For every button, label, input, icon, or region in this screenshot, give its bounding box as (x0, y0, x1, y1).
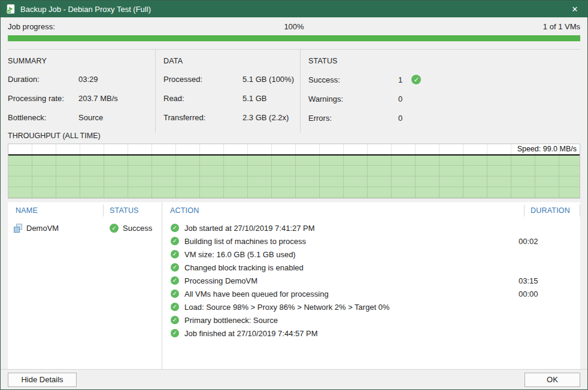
status-errors-row: Errors: 0 (308, 114, 587, 123)
duration-label: Duration: (8, 75, 78, 84)
warnings-value: 0 (398, 95, 402, 103)
success-check-icon: ✓ (171, 276, 179, 285)
backup-job-dialog: Backup Job - Debian Proxy Test (Full) ✕ … (0, 0, 588, 390)
success-check-icon: ✓ (171, 237, 179, 245)
read-value: 5.1 GB (243, 94, 266, 103)
action-column-header[interactable]: ACTION (162, 205, 525, 217)
action-text: Load: Source 98% > Proxy 86% > Network 2… (184, 303, 519, 312)
ok-button[interactable]: OK (525, 373, 580, 387)
vm-icon (13, 223, 23, 233)
summary-duration-row: Duration: 03:29 (8, 75, 155, 84)
data-read-row: Read: 5.1 GB (163, 94, 300, 103)
status-success-row: Success: 1 ✓ (308, 75, 587, 84)
job-progress-label: Job progress: (8, 22, 284, 31)
status-title: STATUS (308, 57, 587, 65)
success-label: Success: (308, 75, 398, 84)
status-panel: STATUS Success: 1 ✓ Warnings: 0 Errors: … (300, 50, 587, 133)
summary-title: SUMMARY (8, 57, 155, 65)
close-icon[interactable]: ✕ (562, 1, 587, 17)
throughput-area-fill (8, 156, 580, 198)
success-check-icon: ✓ (171, 250, 179, 258)
action-log-row[interactable]: ✓ Job started at 27/10/2019 7:41:27 PM (162, 221, 580, 234)
status-warnings-row: Warnings: 0 (308, 95, 587, 103)
speed-label: Speed: 99.0 MB/s (517, 145, 577, 153)
backup-job-icon (5, 4, 16, 14)
action-duration: 00:00 (519, 290, 580, 298)
processing-rate-label: Processing rate: (8, 94, 78, 103)
duration-column-header[interactable]: DURATION (525, 205, 580, 217)
read-label: Read: (163, 94, 243, 103)
success-check-icon: ✓ (110, 224, 119, 233)
name-column-header[interactable]: NAME (8, 205, 104, 217)
action-duration: 00:02 (519, 237, 580, 246)
action-duration: 03:15 (519, 276, 580, 285)
data-processed-row: Processed: 5.1 GB (100%) (163, 75, 300, 84)
success-check-icon: ✓ (171, 329, 179, 337)
action-text: Processing DemoVM (184, 276, 519, 285)
success-check-icon: ✓ (171, 303, 179, 311)
action-text: All VMs have been queued for processing (184, 290, 519, 298)
status-column-header[interactable]: STATUS (104, 205, 162, 217)
success-check-icon: ✓ (171, 316, 179, 324)
action-text: Job started at 27/10/2019 7:41:27 PM (184, 224, 519, 233)
transferred-value: 2.3 GB (2.2x) (243, 113, 289, 122)
success-check-icon: ✓ (411, 75, 421, 84)
action-log-row[interactable]: ✓ All VMs have been queued for processin… (162, 287, 580, 300)
action-text: Job finished at 27/10/2019 7:44:57 PM (184, 329, 519, 338)
duration-value: 03:29 (78, 75, 98, 84)
processing-rate-value: 203.7 MB/s (78, 94, 118, 103)
vm-list-header: NAME STATUS (8, 202, 162, 219)
action-log-row[interactable]: ✓ Job finished at 27/10/2019 7:44:57 PM (162, 327, 580, 340)
success-check-icon: ✓ (171, 290, 179, 298)
bottleneck-label: Bottleneck: (8, 113, 78, 122)
action-log-row[interactable]: ✓ Building list of machines to process 0… (162, 234, 580, 248)
stats-section: SUMMARY Duration: 03:29 Processing rate:… (1, 50, 587, 129)
throughput-chart: Speed: 99.0 MB/s (8, 144, 580, 199)
action-log-row[interactable]: ✓ Changed block tracking is enabled (162, 261, 580, 274)
progress-section: Job progress: 100% 1 of 1 VMs (1, 17, 587, 49)
processed-value: 5.1 GB (100%) (243, 75, 294, 84)
warnings-label: Warnings: (308, 95, 398, 103)
processed-label: Processed: (163, 75, 243, 84)
throughput-line (8, 154, 580, 156)
data-title: DATA (163, 57, 300, 65)
vm-count: 1 of 1 VMs (304, 22, 580, 31)
vm-row[interactable]: DemoVM ✓ Success (8, 221, 162, 234)
titlebar[interactable]: Backup Job - Debian Proxy Test (Full) ✕ (1, 1, 587, 17)
bottleneck-value: Source (78, 113, 103, 122)
errors-label: Errors: (308, 114, 398, 123)
progress-bar (8, 35, 580, 41)
errors-value: 0 (398, 114, 402, 123)
window-title: Backup Job - Debian Proxy Test (Full) (20, 5, 562, 14)
footer-bar: Hide Details OK (1, 369, 587, 389)
action-log-row[interactable]: ✓ Primary bottleneck: Source (162, 313, 580, 327)
transferred-label: Transferred: (163, 113, 243, 122)
progress-percent: 100% (284, 22, 304, 31)
action-text: VM size: 16.0 GB (5.1 GB used) (184, 250, 519, 259)
success-check-icon: ✓ (171, 263, 179, 272)
action-log-row[interactable]: ✓ Processing DemoVM 03:15 (162, 274, 580, 287)
action-text: Primary bottleneck: Source (184, 316, 519, 325)
vm-status-text: Success (123, 224, 152, 233)
details-panel: NAME STATUS DemoVM ✓ Success (8, 202, 580, 369)
success-value: 1 (398, 75, 402, 84)
action-log-pane: ACTION DURATION ✓ Job started at 27/10/2… (162, 202, 580, 369)
data-panel: DATA Processed: 5.1 GB (100%) Read: 5.1 … (155, 50, 300, 133)
data-transferred-row: Transferred: 2.3 GB (2.2x) (163, 113, 300, 122)
summary-rate-row: Processing rate: 203.7 MB/s (8, 94, 155, 103)
vm-list-pane: NAME STATUS DemoVM ✓ Success (8, 202, 162, 369)
vm-name-cell: DemoVM (8, 223, 104, 233)
vm-status-cell: ✓ Success (104, 224, 162, 233)
action-log-header: ACTION DURATION (162, 202, 580, 219)
action-log-row[interactable]: ✓ VM size: 16.0 GB (5.1 GB used) (162, 248, 580, 261)
summary-panel: SUMMARY Duration: 03:29 Processing rate:… (1, 50, 155, 133)
success-check-icon: ✓ (171, 224, 179, 232)
hide-details-button[interactable]: Hide Details (8, 373, 77, 387)
action-text: Changed block tracking is enabled (184, 263, 519, 272)
action-log-row[interactable]: ✓ Load: Source 98% > Proxy 86% > Network… (162, 300, 580, 313)
action-text: Building list of machines to process (184, 237, 519, 246)
progress-bar-fill (8, 35, 580, 41)
vm-name-text: DemoVM (26, 224, 59, 233)
throughput-title: THROUGHPUT (ALL TIME) (1, 129, 587, 144)
summary-bottleneck-row: Bottleneck: Source (8, 113, 155, 122)
